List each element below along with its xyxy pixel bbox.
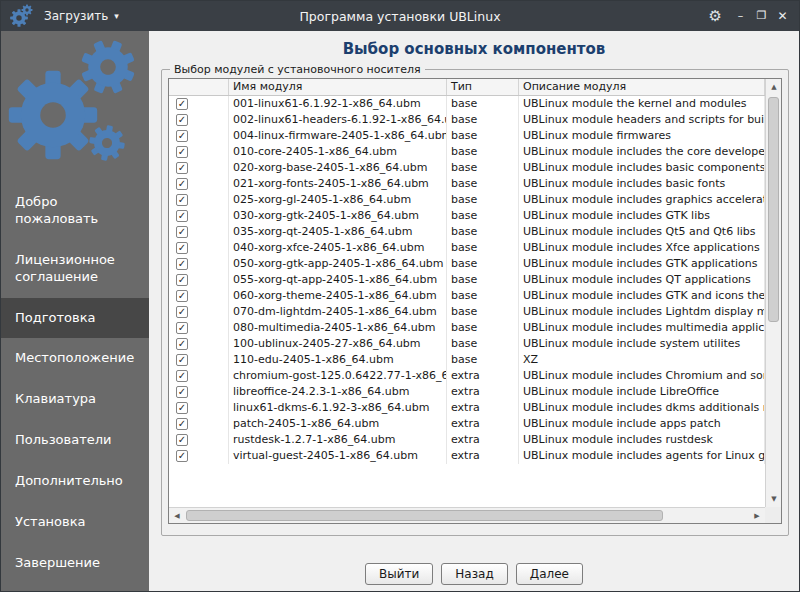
checkbox-checked-icon[interactable]: ✓ <box>176 354 188 366</box>
vertical-scrollbar[interactable]: ▲ ▼ <box>765 79 781 507</box>
table-row[interactable]: ✓004-linux-firmware-2405-1-x86_64.ubmbas… <box>169 128 765 144</box>
table-row[interactable]: ✓010-core-2405-1-x86_64.ubmbaseUBLinux m… <box>169 144 765 160</box>
module-checkbox-cell[interactable]: ✓ <box>169 176 229 192</box>
module-checkbox-cell[interactable]: ✓ <box>169 320 229 336</box>
module-checkbox-cell[interactable]: ✓ <box>169 368 229 384</box>
checkbox-checked-icon[interactable]: ✓ <box>176 450 188 462</box>
module-checkbox-cell[interactable]: ✓ <box>169 400 229 416</box>
back-button[interactable]: Назад <box>441 563 507 585</box>
header-module-description[interactable]: Описание модуля <box>519 79 765 95</box>
checkbox-checked-icon[interactable]: ✓ <box>176 370 188 382</box>
module-checkbox-cell[interactable]: ✓ <box>169 352 229 368</box>
table-row[interactable]: ✓080-multimedia-2405-1-x86_64.ubmbaseUBL… <box>169 320 765 336</box>
module-type: extra <box>447 400 519 416</box>
table-row[interactable]: ✓070-dm-lightdm-2405-1-x86_64.ubmbaseUBL… <box>169 304 765 320</box>
table-row[interactable]: ✓001-linux61-6.1.92-1-x86_64.ubmbaseUBLi… <box>169 96 765 112</box>
horizontal-scrollbar-thumb[interactable] <box>186 510 663 521</box>
sidebar-item-additional[interactable]: Дополнительно <box>1 461 149 502</box>
checkbox-checked-icon[interactable]: ✓ <box>176 98 188 110</box>
table-row[interactable]: ✓chromium-gost-125.0.6422.77-1-x86_64.ub… <box>169 368 765 384</box>
header-checkbox-column[interactable] <box>169 79 229 95</box>
scroll-down-icon[interactable]: ▼ <box>766 491 782 507</box>
checkbox-checked-icon[interactable]: ✓ <box>176 290 188 302</box>
module-checkbox-cell[interactable]: ✓ <box>169 208 229 224</box>
sidebar-item-keyboard[interactable]: Клавиатура <box>1 379 149 420</box>
checkbox-checked-icon[interactable]: ✓ <box>176 178 188 190</box>
checkbox-checked-icon[interactable]: ✓ <box>176 194 188 206</box>
minimize-button[interactable]: – <box>732 1 749 31</box>
sidebar-item-finish[interactable]: Завершение <box>1 543 149 584</box>
checkbox-checked-icon[interactable]: ✓ <box>176 258 188 270</box>
checkbox-checked-icon[interactable]: ✓ <box>176 322 188 334</box>
sidebar-item-preparation[interactable]: Подготовка <box>1 298 149 339</box>
checkbox-checked-icon[interactable]: ✓ <box>176 114 188 126</box>
checkbox-checked-icon[interactable]: ✓ <box>176 434 188 446</box>
sidebar-item-users[interactable]: Пользователи <box>1 420 149 461</box>
table-row[interactable]: ✓002-linux61-headers-6.1.92-1-x86_64.ubm… <box>169 112 765 128</box>
vertical-scrollbar-thumb[interactable] <box>768 97 779 322</box>
module-name: 004-linux-firmware-2405-1-x86_64.ubm <box>229 128 447 144</box>
module-checkbox-cell[interactable]: ✓ <box>169 240 229 256</box>
table-row[interactable]: ✓020-xorg-base-2405-1-x86_64.ubmbaseUBLi… <box>169 160 765 176</box>
module-checkbox-cell[interactable]: ✓ <box>169 256 229 272</box>
maximize-button[interactable]: ❐ <box>753 1 770 31</box>
checkbox-checked-icon[interactable]: ✓ <box>176 306 188 318</box>
table-row[interactable]: ✓110-edu-2405-1-x86_64.ubmbaseXZ <box>169 352 765 368</box>
sidebar-item-license[interactable]: Лицензионное соглашение <box>1 240 149 298</box>
header-module-name[interactable]: Имя модуля <box>229 79 447 95</box>
module-checkbox-cell[interactable]: ✓ <box>169 448 229 464</box>
table-row[interactable]: ✓060-xorg-theme-2405-1-x86_64.ubmbaseUBL… <box>169 288 765 304</box>
sidebar-item-location[interactable]: Местоположение <box>1 338 149 379</box>
table-row[interactable]: ✓035-xorg-qt-2405-1-x86_64.ubmbaseUBLinu… <box>169 224 765 240</box>
table-row[interactable]: ✓libreoffice-24.2.3-1-x86_64.ubmextraUBL… <box>169 384 765 400</box>
next-button[interactable]: Далее <box>516 563 583 585</box>
close-button[interactable]: ✕ <box>774 1 791 31</box>
checkbox-checked-icon[interactable]: ✓ <box>176 210 188 222</box>
settings-gear-icon[interactable]: ⚙ <box>703 9 728 24</box>
quit-button[interactable]: Выйти <box>365 563 433 585</box>
module-checkbox-cell[interactable]: ✓ <box>169 304 229 320</box>
table-row[interactable]: ✓patch-2405-1-x86_64.ubmextraUBLinux mod… <box>169 416 765 432</box>
module-checkbox-cell[interactable]: ✓ <box>169 224 229 240</box>
table-row[interactable]: ✓021-xorg-fonts-2405-1-x86_64.ubmbaseUBL… <box>169 176 765 192</box>
horizontal-scrollbar[interactable]: ◀ ▶ <box>169 507 765 523</box>
module-checkbox-cell[interactable]: ✓ <box>169 192 229 208</box>
table-row[interactable]: ✓rustdesk-1.2.7-1-x86_64.ubmextraUBLinux… <box>169 432 765 448</box>
checkbox-checked-icon[interactable]: ✓ <box>176 242 188 254</box>
module-checkbox-cell[interactable]: ✓ <box>169 384 229 400</box>
checkbox-checked-icon[interactable]: ✓ <box>176 418 188 430</box>
module-checkbox-cell[interactable]: ✓ <box>169 272 229 288</box>
table-row[interactable]: ✓025-xorg-gl-2405-1-x86_64.ubmbaseUBLinu… <box>169 192 765 208</box>
module-checkbox-cell[interactable]: ✓ <box>169 112 229 128</box>
load-button[interactable]: Загрузить ▾ <box>40 7 123 25</box>
table-row[interactable]: ✓100-ublinux-2405-27-x86_64.ubmbaseUBLin… <box>169 336 765 352</box>
header-module-type[interactable]: Тип <box>447 79 519 95</box>
table-row[interactable]: ✓030-xorg-gtk-2405-1-x86_64.ubmbaseUBLin… <box>169 208 765 224</box>
module-checkbox-cell[interactable]: ✓ <box>169 96 229 112</box>
module-checkbox-cell[interactable]: ✓ <box>169 288 229 304</box>
scroll-up-icon[interactable]: ▲ <box>766 79 782 95</box>
table-row[interactable]: ✓virtual-guest-2405-1-x86_64.ubmextraUBL… <box>169 448 765 464</box>
checkbox-checked-icon[interactable]: ✓ <box>176 162 188 174</box>
module-checkbox-cell[interactable]: ✓ <box>169 128 229 144</box>
scroll-right-icon[interactable]: ▶ <box>749 508 765 524</box>
module-checkbox-cell[interactable]: ✓ <box>169 416 229 432</box>
checkbox-checked-icon[interactable]: ✓ <box>176 274 188 286</box>
checkbox-checked-icon[interactable]: ✓ <box>176 386 188 398</box>
module-checkbox-cell[interactable]: ✓ <box>169 336 229 352</box>
module-checkbox-cell[interactable]: ✓ <box>169 160 229 176</box>
table-row[interactable]: ✓linux61-dkms-6.1.92-3-x86_64.ubmextraUB… <box>169 400 765 416</box>
checkbox-checked-icon[interactable]: ✓ <box>176 130 188 142</box>
checkbox-checked-icon[interactable]: ✓ <box>176 402 188 414</box>
scroll-left-icon[interactable]: ◀ <box>169 508 185 524</box>
module-checkbox-cell[interactable]: ✓ <box>169 144 229 160</box>
checkbox-checked-icon[interactable]: ✓ <box>176 226 188 238</box>
table-row[interactable]: ✓055-xorg-qt-app-2405-1-x86_64.ubmbaseUB… <box>169 272 765 288</box>
table-row[interactable]: ✓040-xorg-xfce-2405-1-x86_64.ubmbaseUBLi… <box>169 240 765 256</box>
sidebar-item-installation[interactable]: Установка <box>1 502 149 543</box>
module-checkbox-cell[interactable]: ✓ <box>169 432 229 448</box>
checkbox-checked-icon[interactable]: ✓ <box>176 338 188 350</box>
table-row[interactable]: ✓050-xorg-gtk-app-2405-1-x86_64.ubmbaseU… <box>169 256 765 272</box>
sidebar-item-welcome[interactable]: Добро пожаловать <box>1 182 149 240</box>
checkbox-checked-icon[interactable]: ✓ <box>176 146 188 158</box>
